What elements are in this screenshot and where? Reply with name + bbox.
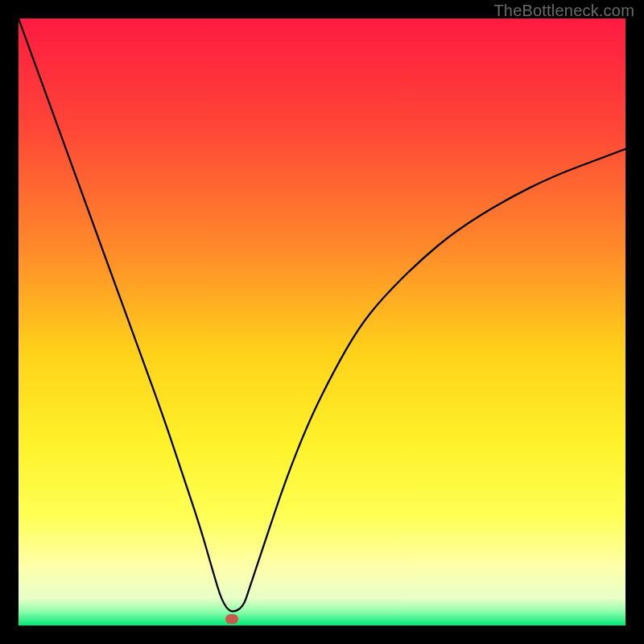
chart-frame: TheBottleneck.com [0, 0, 644, 644]
minimum-marker [225, 614, 238, 624]
watermark-text: TheBottleneck.com [493, 2, 634, 20]
bottleneck-curve [19, 19, 625, 625]
plot-area [19, 19, 625, 625]
